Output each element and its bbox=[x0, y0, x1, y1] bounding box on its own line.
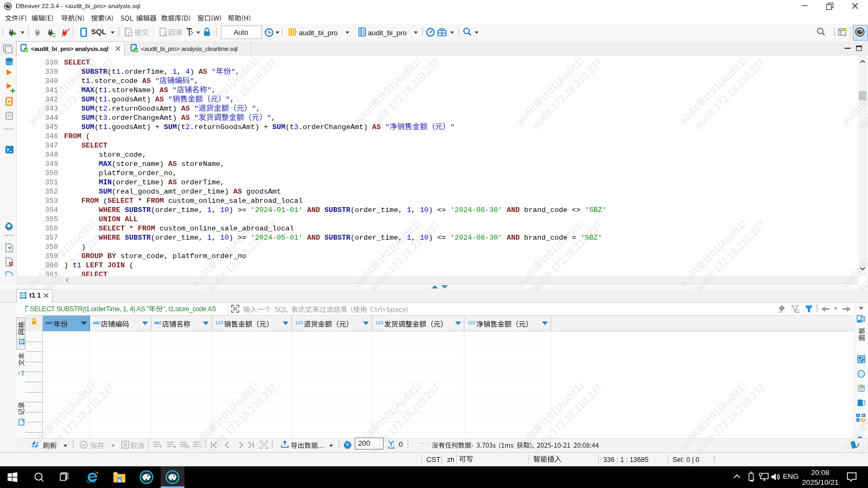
svg-text:b: b bbox=[10, 262, 12, 266]
